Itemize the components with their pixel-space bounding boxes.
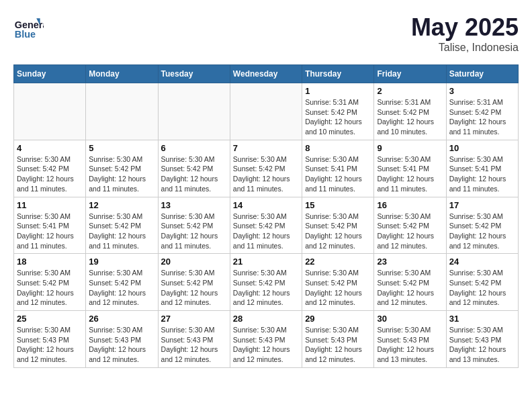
day-info: Sunrise: 5:30 AMSunset: 5:42 PMDaylight:… — [161, 154, 227, 194]
calendar-week-row: 18Sunrise: 5:30 AMSunset: 5:42 PMDayligh… — [14, 254, 519, 311]
column-header-tuesday: Tuesday — [158, 65, 230, 83]
day-info: Sunrise: 5:30 AMSunset: 5:41 PMDaylight:… — [449, 154, 515, 194]
day-number: 5 — [89, 143, 154, 153]
day-number: 3 — [449, 86, 515, 96]
day-number: 21 — [233, 257, 299, 267]
day-info: Sunrise: 5:30 AMSunset: 5:43 PMDaylight:… — [449, 325, 515, 365]
calendar-cell: 18Sunrise: 5:30 AMSunset: 5:42 PMDayligh… — [14, 254, 86, 311]
day-number: 17 — [449, 200, 515, 210]
day-info: Sunrise: 5:30 AMSunset: 5:42 PMDaylight:… — [89, 268, 154, 308]
day-number: 23 — [377, 257, 443, 267]
calendar-header-row: SundayMondayTuesdayWednesdayThursdayFrid… — [14, 65, 519, 83]
page-header: General Blue May 2025 Talise, Indonesia — [13, 13, 519, 54]
day-number: 26 — [89, 314, 154, 324]
calendar-cell: 21Sunrise: 5:30 AMSunset: 5:42 PMDayligh… — [230, 254, 302, 311]
calendar-cell: 15Sunrise: 5:30 AMSunset: 5:42 PMDayligh… — [302, 197, 374, 254]
day-number: 9 — [377, 143, 443, 153]
calendar-cell: 25Sunrise: 5:30 AMSunset: 5:43 PMDayligh… — [14, 311, 86, 368]
day-info: Sunrise: 5:30 AMSunset: 5:42 PMDaylight:… — [89, 154, 154, 194]
calendar-week-row: 4Sunrise: 5:30 AMSunset: 5:42 PMDaylight… — [14, 140, 519, 197]
svg-text:Blue: Blue — [15, 29, 36, 40]
day-number: 22 — [305, 257, 371, 267]
day-number: 7 — [233, 143, 299, 153]
day-info: Sunrise: 5:30 AMSunset: 5:42 PMDaylight:… — [377, 212, 443, 251]
day-info: Sunrise: 5:30 AMSunset: 5:42 PMDaylight:… — [233, 212, 299, 251]
day-info: Sunrise: 5:30 AMSunset: 5:42 PMDaylight:… — [449, 212, 515, 251]
day-number: 18 — [17, 257, 83, 267]
calendar-cell: 30Sunrise: 5:30 AMSunset: 5:43 PMDayligh… — [374, 311, 446, 368]
calendar-cell: 26Sunrise: 5:30 AMSunset: 5:43 PMDayligh… — [86, 311, 158, 368]
calendar-cell: 13Sunrise: 5:30 AMSunset: 5:42 PMDayligh… — [158, 197, 230, 254]
day-number: 12 — [89, 200, 154, 210]
day-number: 20 — [161, 257, 227, 267]
calendar-cell — [230, 83, 302, 140]
day-number: 11 — [17, 200, 83, 210]
day-info: Sunrise: 5:30 AMSunset: 5:42 PMDaylight:… — [17, 268, 83, 308]
calendar-cell: 11Sunrise: 5:30 AMSunset: 5:41 PMDayligh… — [14, 197, 86, 254]
day-info: Sunrise: 5:30 AMSunset: 5:41 PMDaylight:… — [377, 154, 443, 194]
day-info: Sunrise: 5:30 AMSunset: 5:41 PMDaylight:… — [17, 212, 83, 251]
column-header-sunday: Sunday — [14, 65, 86, 83]
day-info: Sunrise: 5:30 AMSunset: 5:41 PMDaylight:… — [305, 154, 371, 194]
day-number: 13 — [161, 200, 227, 210]
day-number: 25 — [17, 314, 83, 324]
calendar-cell: 20Sunrise: 5:30 AMSunset: 5:42 PMDayligh… — [158, 254, 230, 311]
calendar-cell: 23Sunrise: 5:30 AMSunset: 5:42 PMDayligh… — [374, 254, 446, 311]
day-number: 28 — [233, 314, 299, 324]
day-number: 4 — [17, 143, 83, 153]
logo-icon: General Blue — [13, 13, 44, 44]
calendar-cell: 14Sunrise: 5:30 AMSunset: 5:42 PMDayligh… — [230, 197, 302, 254]
calendar-cell: 5Sunrise: 5:30 AMSunset: 5:42 PMDaylight… — [86, 140, 158, 197]
day-info: Sunrise: 5:30 AMSunset: 5:42 PMDaylight:… — [89, 212, 154, 251]
day-number: 16 — [377, 200, 443, 210]
day-info: Sunrise: 5:30 AMSunset: 5:42 PMDaylight:… — [161, 212, 227, 251]
calendar-week-row: 25Sunrise: 5:30 AMSunset: 5:43 PMDayligh… — [14, 311, 519, 368]
calendar-cell — [14, 83, 86, 140]
day-info: Sunrise: 5:30 AMSunset: 5:43 PMDaylight:… — [89, 325, 154, 365]
calendar-cell: 7Sunrise: 5:30 AMSunset: 5:42 PMDaylight… — [230, 140, 302, 197]
day-info: Sunrise: 5:30 AMSunset: 5:42 PMDaylight:… — [305, 268, 371, 308]
calendar-cell: 24Sunrise: 5:30 AMSunset: 5:42 PMDayligh… — [446, 254, 518, 311]
calendar-cell: 9Sunrise: 5:30 AMSunset: 5:41 PMDaylight… — [374, 140, 446, 197]
calendar-cell: 3Sunrise: 5:31 AMSunset: 5:42 PMDaylight… — [446, 83, 518, 140]
day-number: 6 — [161, 143, 227, 153]
column-header-saturday: Saturday — [446, 65, 518, 83]
day-number: 31 — [449, 314, 515, 324]
calendar-cell: 31Sunrise: 5:30 AMSunset: 5:43 PMDayligh… — [446, 311, 518, 368]
day-number: 15 — [305, 200, 371, 210]
calendar-cell: 16Sunrise: 5:30 AMSunset: 5:42 PMDayligh… — [374, 197, 446, 254]
calendar-cell — [158, 83, 230, 140]
calendar-cell: 22Sunrise: 5:30 AMSunset: 5:42 PMDayligh… — [302, 254, 374, 311]
day-info: Sunrise: 5:30 AMSunset: 5:42 PMDaylight:… — [233, 268, 299, 308]
day-info: Sunrise: 5:30 AMSunset: 5:42 PMDaylight:… — [305, 212, 371, 251]
calendar-cell: 17Sunrise: 5:30 AMSunset: 5:42 PMDayligh… — [446, 197, 518, 254]
day-number: 29 — [305, 314, 371, 324]
logo: General Blue — [13, 13, 46, 44]
month-title: May 2025 — [411, 13, 519, 42]
column-header-monday: Monday — [86, 65, 158, 83]
day-info: Sunrise: 5:31 AMSunset: 5:42 PMDaylight:… — [305, 97, 371, 137]
calendar-cell: 12Sunrise: 5:30 AMSunset: 5:42 PMDayligh… — [86, 197, 158, 254]
calendar-cell: 4Sunrise: 5:30 AMSunset: 5:42 PMDaylight… — [14, 140, 86, 197]
day-number: 1 — [305, 86, 371, 96]
day-info: Sunrise: 5:30 AMSunset: 5:42 PMDaylight:… — [449, 268, 515, 308]
day-number: 30 — [377, 314, 443, 324]
calendar-cell: 8Sunrise: 5:30 AMSunset: 5:41 PMDaylight… — [302, 140, 374, 197]
column-header-friday: Friday — [374, 65, 446, 83]
calendar-cell: 2Sunrise: 5:31 AMSunset: 5:42 PMDaylight… — [374, 83, 446, 140]
day-info: Sunrise: 5:30 AMSunset: 5:43 PMDaylight:… — [377, 325, 443, 365]
calendar-cell: 10Sunrise: 5:30 AMSunset: 5:41 PMDayligh… — [446, 140, 518, 197]
calendar-week-row: 1Sunrise: 5:31 AMSunset: 5:42 PMDaylight… — [14, 83, 519, 140]
day-info: Sunrise: 5:30 AMSunset: 5:42 PMDaylight:… — [161, 268, 227, 308]
column-header-thursday: Thursday — [302, 65, 374, 83]
day-info: Sunrise: 5:31 AMSunset: 5:42 PMDaylight:… — [449, 97, 515, 137]
day-number: 19 — [89, 257, 154, 267]
day-info: Sunrise: 5:30 AMSunset: 5:42 PMDaylight:… — [377, 268, 443, 308]
calendar-cell: 19Sunrise: 5:30 AMSunset: 5:42 PMDayligh… — [86, 254, 158, 311]
day-info: Sunrise: 5:30 AMSunset: 5:43 PMDaylight:… — [233, 325, 299, 365]
day-number: 2 — [377, 86, 443, 96]
day-info: Sunrise: 5:30 AMSunset: 5:43 PMDaylight:… — [305, 325, 371, 365]
calendar-week-row: 11Sunrise: 5:30 AMSunset: 5:41 PMDayligh… — [14, 197, 519, 254]
day-number: 8 — [305, 143, 371, 153]
day-info: Sunrise: 5:30 AMSunset: 5:43 PMDaylight:… — [17, 325, 83, 365]
